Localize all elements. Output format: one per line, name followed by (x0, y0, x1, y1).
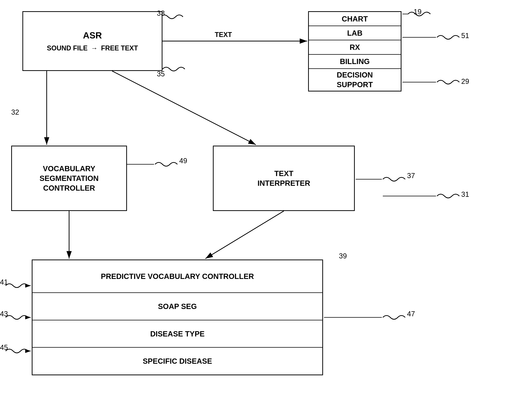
svg-line-5 (205, 211, 284, 259)
asr-box: ASR SOUND FILE → FREE TEXT (22, 11, 163, 71)
chart-row-chart: CHART (309, 12, 401, 26)
sound-file-label: SOUND FILE (47, 44, 88, 52)
svg-line-3 (112, 71, 256, 145)
pred-soap-row: SOAP SEG (33, 293, 322, 320)
chart-list-box: CHART LAB RX BILLING DECISION SUPPORT (308, 11, 402, 92)
ref-33: 33 (157, 9, 165, 17)
ref-41: 41 (0, 278, 8, 286)
soap-seg-label: SOAP SEG (158, 302, 197, 311)
asr-flow: SOUND FILE → FREE TEXT (47, 44, 138, 52)
chart-row-decision: DECISION SUPPORT (309, 69, 401, 91)
flow-arrow: → (91, 44, 98, 52)
chart-row-billing: BILLING (309, 55, 401, 69)
pred-disease-type-row: DISEASE TYPE (33, 320, 322, 348)
ref-39: 39 (339, 252, 347, 260)
ref-37: 37 (407, 172, 415, 180)
chart-label: CHART (342, 14, 368, 24)
chart-row-lab: LAB (309, 26, 401, 40)
diagram: ASR SOUND FILE → FREE TEXT CHART LAB RX … (0, 0, 532, 396)
ref-43: 43 (0, 310, 8, 318)
rx-label: RX (350, 42, 360, 52)
pred-vocab-header: PREDICTIVE VOCABULARY CONTROLLER (101, 271, 254, 281)
text-interpreter-box: TEXT INTERPRETER (213, 146, 355, 211)
specific-disease-label: SPECIFIC DISEASE (143, 356, 212, 366)
ref-35: 35 (157, 70, 165, 78)
asr-content: ASR SOUND FILE → FREE TEXT (23, 12, 162, 70)
ref-45: 45 (0, 344, 8, 352)
disease-type-label: DISEASE TYPE (150, 329, 205, 339)
text-arrow-label: TEXT (215, 31, 232, 39)
pred-header-row: PREDICTIVE VOCABULARY CONTROLLER (33, 260, 322, 293)
ref-47: 47 (407, 310, 415, 318)
ref-49: 49 (179, 157, 187, 165)
text-interpreter-label: TEXT INTERPRETER (257, 169, 310, 188)
billing-label: BILLING (340, 57, 370, 66)
ref-19: 19 (414, 8, 421, 16)
pred-specific-disease-row: SPECIFIC DISEASE (33, 348, 322, 374)
pred-vocab-box: PREDICTIVE VOCABULARY CONTROLLER SOAP SE… (32, 260, 323, 375)
ref-31: 31 (461, 190, 469, 198)
chart-row-rx: RX (309, 40, 401, 54)
ref-51: 51 (461, 32, 469, 40)
ref-29: 29 (461, 77, 469, 86)
decision-support-label: DECISION SUPPORT (337, 70, 373, 89)
ref-32: 32 (11, 108, 19, 116)
vocab-seg-label: VOCABULARY SEGMENTATION CONTROLLER (40, 164, 99, 193)
free-text-label: FREE TEXT (101, 44, 138, 52)
lab-label: LAB (347, 28, 362, 38)
asr-title: ASR (83, 30, 102, 41)
vocab-seg-box: VOCABULARY SEGMENTATION CONTROLLER (11, 146, 127, 211)
